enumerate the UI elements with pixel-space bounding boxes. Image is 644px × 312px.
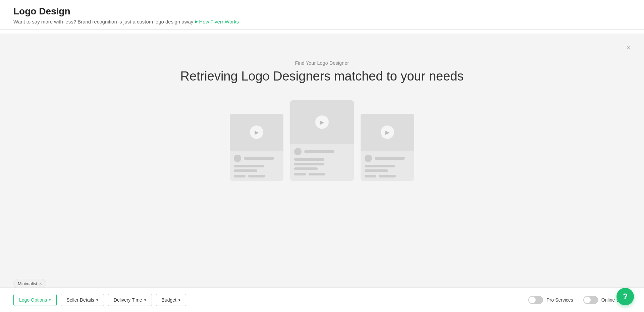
bottom-line-center bbox=[294, 173, 350, 175]
tag-chip-minimalist: Minimalist × bbox=[13, 279, 46, 289]
budget-filter[interactable]: Budget ▾ bbox=[156, 294, 186, 306]
price-line-right bbox=[365, 175, 376, 177]
price-line-left bbox=[234, 175, 246, 177]
budget-label: Budget bbox=[162, 297, 176, 303]
center-content: Find Your Logo Designer Retrieving Logo … bbox=[180, 60, 464, 181]
card-thumb-center: ▶ bbox=[290, 100, 354, 144]
text-lines-center bbox=[294, 158, 350, 170]
tags-row: Minimalist × bbox=[13, 279, 46, 289]
find-designer-label: Find Your Logo Designer bbox=[295, 60, 349, 66]
seller-details-filter[interactable]: Seller Details ▾ bbox=[61, 294, 104, 306]
pro-services-label: Pro Services bbox=[546, 297, 573, 303]
rating-line-left bbox=[248, 175, 265, 177]
rating-line-center bbox=[309, 173, 325, 175]
tag-label-minimalist: Minimalist bbox=[18, 281, 37, 286]
play-icon-left: ▶ bbox=[250, 125, 263, 139]
card-body-center bbox=[290, 144, 354, 179]
pro-services-toggle-group: Pro Services bbox=[528, 296, 573, 304]
how-fiverr-link[interactable]: How Fiverr Works bbox=[195, 19, 239, 24]
filter-bar-right: Pro Services Online Sellers bbox=[528, 296, 631, 304]
online-sellers-toggle[interactable] bbox=[583, 296, 598, 304]
bottom-line-right bbox=[365, 175, 410, 177]
skeleton-card-left: ▶ bbox=[230, 114, 283, 181]
rating-line-right bbox=[379, 175, 396, 177]
text-line-2-left bbox=[234, 169, 257, 172]
main-heading: Retrieving Logo Designers matched to you… bbox=[180, 69, 464, 84]
page-header: Logo Design Want to say more with less? … bbox=[0, 0, 644, 30]
name-line-right bbox=[375, 157, 405, 160]
price-line-center bbox=[294, 173, 306, 175]
seller-details-label: Seller Details bbox=[66, 297, 94, 303]
page-title: Logo Design bbox=[13, 6, 631, 17]
avatar-center bbox=[294, 148, 302, 155]
avatar-line-left bbox=[234, 155, 279, 162]
page-subtitle: Want to say more with less? Brand recogn… bbox=[13, 19, 631, 24]
card-body-left bbox=[230, 151, 283, 181]
delivery-time-filter[interactable]: Delivery Time ▾ bbox=[108, 294, 152, 306]
delivery-time-label: Delivery Time bbox=[114, 297, 142, 303]
text-line-2-right bbox=[365, 169, 388, 172]
skeleton-card-center: ▶ bbox=[290, 100, 354, 181]
avatar-right bbox=[365, 155, 372, 162]
text-line-1-left bbox=[234, 165, 264, 167]
logo-options-chevron: ▾ bbox=[49, 298, 51, 302]
bottom-line-left bbox=[234, 175, 279, 177]
budget-chevron: ▾ bbox=[178, 298, 180, 302]
close-button[interactable]: × bbox=[626, 44, 631, 52]
text-lines-right bbox=[365, 165, 410, 172]
skeleton-card-right: ▶ bbox=[361, 114, 414, 181]
card-thumb-right: ▶ bbox=[361, 114, 414, 151]
name-line-left bbox=[244, 157, 274, 160]
loading-overlay: × Find Your Logo Designer Retrieving Log… bbox=[0, 34, 644, 312]
cards-skeleton: ▶ bbox=[230, 100, 414, 181]
avatar-line-right bbox=[365, 155, 410, 162]
text-line-2-center bbox=[294, 163, 324, 165]
help-button[interactable]: ? bbox=[616, 288, 634, 305]
pro-services-toggle[interactable] bbox=[528, 296, 543, 304]
tag-remove-minimalist[interactable]: × bbox=[39, 281, 42, 286]
avatar-line-center bbox=[294, 148, 350, 155]
text-line-3-center bbox=[294, 167, 318, 170]
seller-details-chevron: ▾ bbox=[96, 298, 98, 302]
play-icon-center: ▶ bbox=[315, 115, 329, 129]
filter-bar: Logo Options ▾ Seller Details ▾ Delivery… bbox=[0, 288, 644, 312]
name-line-center bbox=[304, 150, 334, 153]
logo-options-filter[interactable]: Logo Options ▾ bbox=[13, 294, 57, 306]
subtitle-text: Want to say more with less? Brand recogn… bbox=[13, 19, 193, 24]
text-line-1-center bbox=[294, 158, 324, 161]
card-body-right bbox=[361, 151, 414, 181]
text-line-1-right bbox=[365, 165, 395, 167]
avatar-left bbox=[234, 155, 241, 162]
logo-options-label: Logo Options bbox=[19, 297, 47, 303]
text-lines-left bbox=[234, 165, 279, 172]
card-thumb-left: ▶ bbox=[230, 114, 283, 151]
delivery-time-chevron: ▾ bbox=[144, 298, 146, 302]
play-icon-right: ▶ bbox=[381, 125, 394, 139]
